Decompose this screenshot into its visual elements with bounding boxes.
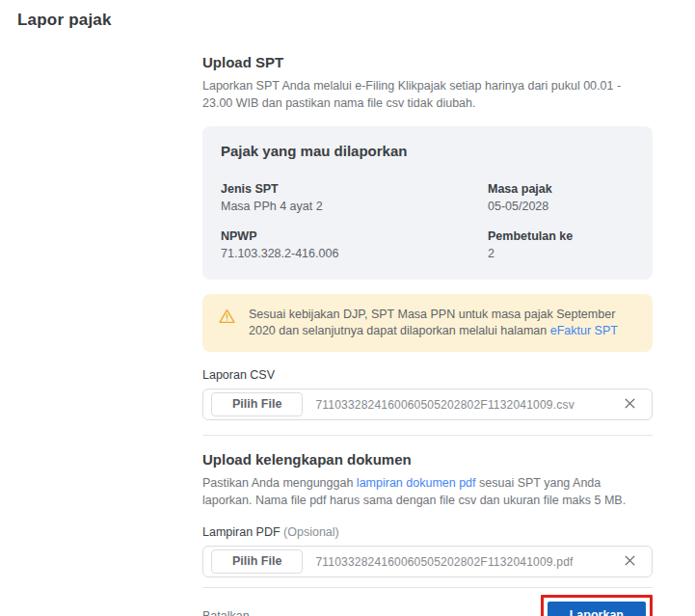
laporkan-submit-button[interactable]: Laporkan <box>548 602 646 616</box>
pdf-file-name: 7110332824160060505202802F1132041009.pdf <box>315 555 609 569</box>
field-masa-pajak: Masa pajak 05-05/2028 <box>488 182 634 213</box>
pdf-upload-optional-text: (Opsional) <box>283 525 339 539</box>
pdf-upload-label: Lampiran PDF (Opsional) <box>202 525 653 539</box>
field-value: 71.103.328.2-416.006 <box>221 247 488 260</box>
field-label: Masa pajak <box>488 182 634 196</box>
tax-summary-grid: Jenis SPT Masa PPh 4 ayat 2 Masa pajak 0… <box>221 182 634 260</box>
efaktur-spt-link[interactable]: eFaktur SPT <box>550 324 618 337</box>
annotation-highlight: Laporkan <box>541 595 653 616</box>
field-jenis-spt: Jenis SPT Masa PPh 4 ayat 2 <box>221 182 488 213</box>
pdf-description-start: Pastikan Anda mengunggah <box>202 476 357 490</box>
field-pembetulan-ke: Pembetulan ke 2 <box>488 229 634 260</box>
field-value: 05-05/2028 <box>488 200 634 213</box>
csv-clear-button[interactable] <box>622 395 638 415</box>
csv-file-input: Pilih File 7110332824160060505202802F113… <box>202 388 653 420</box>
pdf-upload-label-text: Lampiran PDF <box>202 525 281 539</box>
csv-upload-label: Laporan CSV <box>202 368 653 382</box>
field-label: Pembetulan ke <box>488 229 634 243</box>
warning-text: Sesuai kebijakan DJP, SPT Masa PPN untuk… <box>249 307 637 339</box>
upload-spt-heading: Upload SPT <box>202 54 653 70</box>
tax-summary-card: Pajak yang mau dilaporkan Jenis SPT Masa… <box>202 126 653 280</box>
pdf-section-heading: Upload kelengkapan dokumen <box>202 451 653 468</box>
upload-spt-description: Laporkan SPT Anda melalui e-Filing Klikp… <box>202 77 653 112</box>
field-value: Masa PPh 4 ayat 2 <box>221 200 488 213</box>
form-footer: Batalkan Laporkan <box>202 595 653 616</box>
close-icon <box>624 397 636 413</box>
warning-triangle-icon <box>218 308 236 329</box>
pdf-clear-button[interactable] <box>622 552 638 572</box>
field-npwp: NPWP 71.103.328.2-416.006 <box>221 229 488 260</box>
tax-summary-title: Pajak yang mau dilaporkan <box>221 143 634 159</box>
section-divider <box>202 435 653 436</box>
pdf-choose-file-button[interactable]: Pilih File <box>211 549 303 575</box>
pdf-file-input: Pilih File 7110332824160060505202802F113… <box>202 546 653 577</box>
page-title: Lapor pajak <box>17 11 112 30</box>
csv-choose-file-button[interactable]: Pilih File <box>211 392 303 417</box>
field-value: 2 <box>488 247 634 260</box>
close-icon <box>624 554 636 570</box>
upload-spt-panel: Upload SPT Laporkan SPT Anda melalui e-F… <box>202 54 653 616</box>
footer-divider <box>202 587 653 588</box>
pdf-section-description: Pastikan Anda mengunggah lampiran dokume… <box>202 474 653 509</box>
lampiran-dokumen-pdf-link[interactable]: lampiran dokumen pdf <box>357 476 476 490</box>
djp-warning-banner: Sesuai kebijakan DJP, SPT Masa PPN untuk… <box>202 294 653 352</box>
cancel-link[interactable]: Batalkan <box>202 609 250 616</box>
field-label: Jenis SPT <box>221 182 488 196</box>
csv-file-name: 7110332824160060505202802F1132041009.csv <box>315 398 609 412</box>
field-label: NPWP <box>221 229 488 243</box>
